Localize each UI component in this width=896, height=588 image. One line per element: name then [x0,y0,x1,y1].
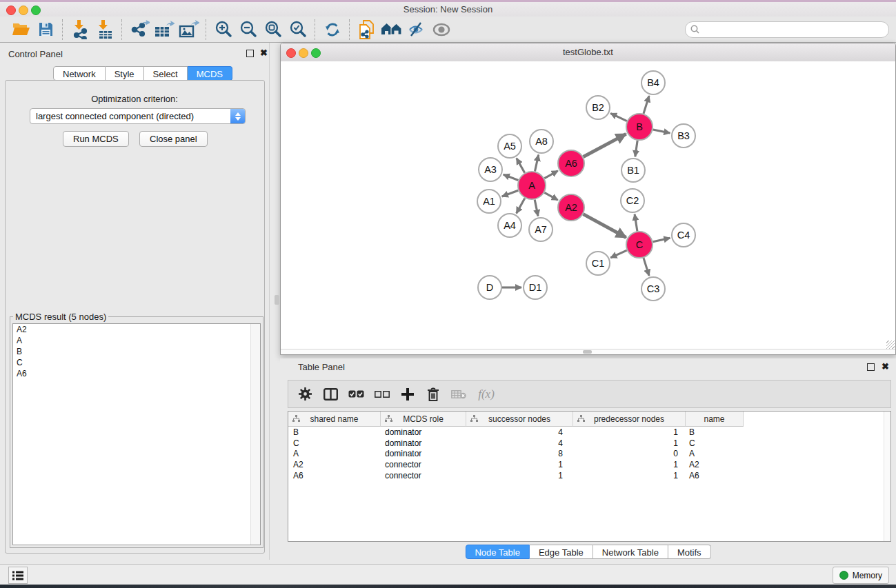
table-cell[interactable]: A2 [686,459,744,470]
table-cell[interactable]: 4 [466,438,573,449]
run-mcds-button[interactable]: Run MCDS [63,131,129,147]
graph-edge-A-A2[interactable] [544,192,558,200]
export-image-button[interactable] [177,19,201,41]
network-hscrollbar[interactable] [281,349,895,354]
task-history-button[interactable] [8,567,28,584]
graph-edge-A-A3[interactable] [504,174,519,180]
graph-edge-C-C2[interactable] [635,214,637,231]
table-cell[interactable]: dominator [381,427,466,438]
table-cell[interactable]: 0 [573,448,686,459]
list-scrollbar[interactable] [250,324,260,545]
table-float-panel-icon[interactable] [867,363,875,371]
import-network-button[interactable] [68,19,92,41]
tab-network-table[interactable]: Network Table [593,545,668,559]
clone-network-button[interactable] [355,19,379,41]
search-input[interactable] [699,23,888,36]
create-column-button[interactable] [395,383,420,406]
column-header-shared-name[interactable]: shared name [288,412,381,427]
column-header-predecessor-nodes[interactable]: predecessor nodes [573,412,686,427]
table-cell[interactable]: 1 [466,459,573,470]
table-cell[interactable]: 1 [573,438,686,449]
table-cell[interactable]: connector [381,470,466,481]
table-cell[interactable]: A2 [288,459,381,470]
graph-edge-C-C1[interactable] [610,250,627,258]
close-panel-button[interactable]: Close panel [139,131,208,147]
network-window-titlebar[interactable]: testGlobe.txt [281,43,895,62]
graph-edge-A-A1[interactable] [502,190,519,196]
column-header-MCDS-role[interactable]: MCDS role [381,412,466,427]
table-cell[interactable]: A6 [686,470,744,481]
mcds-result-item[interactable]: A6 [13,368,260,379]
table-cell[interactable]: A [288,448,381,459]
delete-table-button-disabled[interactable] [446,383,471,406]
refresh-layout-button[interactable] [320,19,345,41]
table-settings-button[interactable] [292,383,318,406]
table-cell[interactable]: C [686,438,744,449]
mcds-result-list[interactable]: A2ABCA6 [12,323,261,545]
table-cell[interactable]: 1 [573,459,686,470]
table-cell[interactable]: connector [381,459,466,470]
graph-edge-A6-B[interactable] [584,134,626,156]
delete-column-button[interactable] [420,383,446,406]
table-cell[interactable]: 4 [466,427,573,438]
table-cell[interactable]: dominator [381,438,466,449]
mcds-result-item[interactable]: C [13,357,260,368]
graph-edge-A-A6[interactable] [544,171,558,179]
zoom-out-button[interactable] [236,19,261,41]
save-session-button[interactable] [33,19,58,41]
table-cell[interactable]: 1 [573,470,686,481]
tab-style[interactable]: Style [106,66,144,81]
deselect-all-columns-button[interactable] [369,383,395,406]
column-header-name[interactable]: name [686,412,744,427]
graph-edge-A-A7[interactable] [535,200,538,216]
table-scrollbar[interactable] [884,412,890,541]
close-panel-icon[interactable]: ✖ [260,48,268,58]
network-hscroll-thumb[interactable] [583,350,592,354]
tab-network[interactable]: Network [53,66,106,81]
table-row-B[interactable]: Bdominator41B [288,427,744,438]
graph-edge-A-A8[interactable] [535,155,538,172]
table-row-A2[interactable]: A2connector11A2 [288,459,744,470]
export-network-button[interactable] [127,19,152,41]
graph-edge-C-C4[interactable] [653,238,670,241]
table-cell[interactable]: C [288,438,381,449]
search-box[interactable] [685,21,889,38]
table-close-panel-icon[interactable]: ✖ [882,362,889,372]
select-all-columns-button[interactable] [344,383,369,406]
table-cell[interactable]: 1 [466,470,573,481]
table-cell[interactable]: A6 [288,470,381,481]
table-row-C[interactable]: Cdominator41C [288,438,744,449]
function-builder-button-disabled[interactable]: f(x) [471,383,501,406]
table-row-A6[interactable]: A6connector11A6 [288,470,744,481]
splitter-handle[interactable] [275,295,279,305]
tab-node-table[interactable]: Node Table [465,545,530,559]
float-panel-icon[interactable] [246,50,254,57]
column-header-successor-nodes[interactable]: successor nodes [466,412,573,427]
mcds-result-item[interactable]: A [13,335,260,346]
memory-button[interactable]: Memory [833,567,889,584]
graph-edge-A-A5[interactable] [517,158,525,172]
open-session-button[interactable] [8,19,33,41]
zoom-fit-button[interactable] [261,19,286,41]
tab-select[interactable]: Select [144,66,188,81]
app-titlebar[interactable]: Session: New Session [0,2,896,17]
table-cell[interactable]: B [288,427,381,438]
export-table-button[interactable] [152,19,177,41]
graph-edge-B-B4[interactable] [644,96,649,114]
table-cell[interactable]: B [686,427,744,438]
tab-edge-table[interactable]: Edge Table [530,545,593,559]
table-cell[interactable]: dominator [381,448,466,459]
table-cell[interactable]: 8 [466,448,573,459]
resize-grip[interactable] [886,341,895,349]
table-row-A[interactable]: Adominator80A [288,448,744,459]
graph-edge-B-B3[interactable] [653,130,670,133]
graph-edge-B-B1[interactable] [635,141,637,156]
tab-motifs[interactable]: Motifs [668,545,711,559]
graph-edge-A-A4[interactable] [517,198,525,213]
tab-mcds[interactable]: MCDS [188,66,232,81]
zoom-in-button[interactable] [211,19,236,41]
table-cell[interactable]: A [686,448,744,459]
hide-details-button[interactable] [404,19,429,41]
import-table-button[interactable] [92,19,117,41]
graph-edge-C-C3[interactable] [644,258,649,276]
